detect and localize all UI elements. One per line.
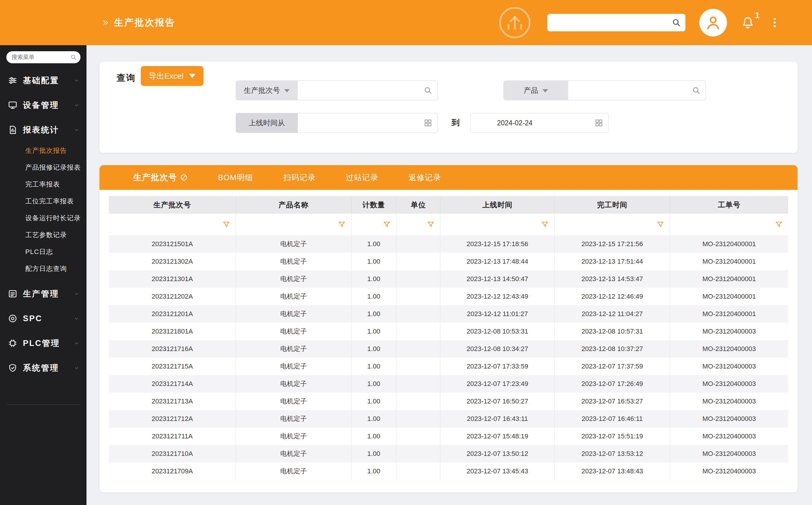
table-cell bbox=[396, 288, 440, 305]
table-cell: 1.00 bbox=[351, 375, 396, 392]
table-cell: 2023-12-15 17:21:56 bbox=[554, 235, 670, 253]
notification-badge: 1 bbox=[755, 11, 760, 20]
sidebar-item-label: 系统管理 bbox=[23, 362, 59, 373]
table-row[interactable]: 2023121715A电机定子1.002023-12-07 17:33:5920… bbox=[109, 358, 788, 375]
avatar[interactable] bbox=[699, 9, 727, 36]
table-row[interactable]: 2023121713A电机定子1.002023-12-07 16:50:2720… bbox=[109, 392, 788, 410]
table-row[interactable]: 2023121710A电机定子1.002023-12-07 13:50:1220… bbox=[109, 445, 788, 463]
sidebar-item-production[interactable]: 生产管理 bbox=[0, 282, 87, 306]
column-filter-cell[interactable] bbox=[236, 214, 351, 235]
table-cell: 电机定子 bbox=[236, 463, 351, 480]
calendar-icon[interactable] bbox=[594, 119, 604, 128]
table-row[interactable]: 2023121712A电机定子1.002023-12-07 16:43:1120… bbox=[109, 410, 788, 428]
filter-icon[interactable] bbox=[656, 220, 664, 228]
chevron-down-icon bbox=[73, 291, 80, 297]
table-cell: MO-23120400003 bbox=[670, 445, 788, 463]
tab[interactable]: BOM明细 bbox=[218, 172, 253, 183]
tab[interactable]: 返修记录 bbox=[409, 172, 441, 183]
date-to-input[interactable] bbox=[471, 113, 608, 133]
column-filter-cell[interactable] bbox=[351, 214, 396, 235]
search-icon[interactable] bbox=[671, 18, 681, 27]
column-header[interactable]: 产品名称 bbox=[236, 196, 351, 214]
product-search-input[interactable] bbox=[568, 81, 705, 100]
filter-icon[interactable] bbox=[427, 220, 435, 228]
table-cell: 2023-12-15 17:18:56 bbox=[440, 235, 554, 253]
caret-down-icon bbox=[189, 74, 196, 78]
filter-icon[interactable] bbox=[222, 220, 230, 228]
bell-icon bbox=[741, 16, 755, 29]
sidebar-item-spc[interactable]: SPC bbox=[0, 306, 87, 331]
table-cell: MO-23120400003 bbox=[670, 428, 788, 445]
table-row[interactable]: 2023121301A电机定子1.002023-12-13 14:50:4720… bbox=[109, 270, 788, 288]
sidebar-divider bbox=[7, 404, 80, 405]
sidebar-subitem[interactable]: 生产批次报告 bbox=[0, 142, 87, 159]
sidebar-subitem[interactable]: 完工率报表 bbox=[0, 176, 87, 193]
sidebar-toggle-icon[interactable] bbox=[102, 19, 109, 26]
notifications-button[interactable]: 1 bbox=[741, 16, 755, 29]
batch-field-selector[interactable]: 生产批次号 bbox=[236, 80, 298, 100]
table-row[interactable]: 2023121202A电机定子1.002023-12-12 12:43:4920… bbox=[109, 288, 788, 305]
tab[interactable]: 生产批次号 bbox=[133, 172, 188, 183]
table-cell: 电机定子 bbox=[236, 445, 351, 463]
column-header[interactable]: 工单号 bbox=[670, 196, 788, 214]
product-field-selector[interactable]: 产品 bbox=[503, 80, 568, 100]
table-row[interactable]: 2023121302A电机定子1.002023-12-13 17:48:4420… bbox=[109, 253, 788, 270]
date-from-input[interactable] bbox=[298, 113, 437, 133]
column-header[interactable]: 上线时间 bbox=[440, 196, 554, 214]
query-panel: 查询 导出Excel 生产批次号 bbox=[100, 62, 798, 153]
sidebar-item-reports[interactable]: 报表统计 bbox=[0, 118, 87, 142]
filter-icon[interactable] bbox=[338, 220, 346, 228]
column-filter-cell[interactable] bbox=[396, 214, 440, 235]
column-filter-cell[interactable] bbox=[554, 214, 670, 235]
table-row[interactable]: 2023121711A电机定子1.002023-12-07 15:48:1920… bbox=[109, 428, 788, 445]
date-from-label: 上线时间从 bbox=[249, 118, 285, 128]
batch-field-label: 生产批次号 bbox=[244, 86, 280, 95]
table-cell: 1.00 bbox=[351, 445, 396, 463]
date-from-label-button[interactable]: 上线时间从 bbox=[236, 113, 298, 133]
sidebar-item-plc[interactable]: PLC管理 bbox=[0, 331, 87, 356]
table-row[interactable]: 2023121801A电机定子1.002023-12-08 10:53:3120… bbox=[109, 323, 788, 340]
column-header[interactable]: 生产批次号 bbox=[109, 196, 236, 214]
sidebar-search-input[interactable] bbox=[6, 51, 80, 63]
calendar-icon[interactable] bbox=[424, 119, 433, 128]
table-row[interactable]: 2023121201A电机定子1.002023-12-12 11:01:2720… bbox=[109, 305, 788, 323]
header-search-input[interactable] bbox=[547, 14, 685, 31]
column-header[interactable]: 完工时间 bbox=[554, 196, 670, 214]
search-icon[interactable] bbox=[70, 54, 77, 60]
sidebar-subitem[interactable]: 配方日志查询 bbox=[0, 260, 87, 277]
table-cell bbox=[396, 445, 440, 463]
sidebar-subitem[interactable]: 设备运行时长记录 bbox=[0, 210, 87, 226]
filter-icon[interactable] bbox=[541, 220, 549, 228]
tab[interactable]: 扫码记录 bbox=[283, 172, 316, 183]
column-header[interactable]: 单位 bbox=[396, 196, 440, 214]
search-icon[interactable] bbox=[692, 86, 701, 95]
sidebar-subitem[interactable]: 工位完工率报表 bbox=[0, 193, 87, 210]
table-cell: 电机定子 bbox=[236, 410, 351, 428]
table-row[interactable]: 2023121501A电机定子1.002023-12-15 17:18:5620… bbox=[109, 235, 788, 253]
sidebar-item-basic-config[interactable]: 基础配置 bbox=[0, 68, 87, 93]
app-root: 生产批次报告 1 基础配置 设备管理 bbox=[0, 0, 812, 505]
filter-icon[interactable] bbox=[775, 220, 783, 228]
table-row[interactable]: 2023121716A电机定子1.002023-12-08 10:34:2720… bbox=[109, 340, 788, 358]
sidebar-item-system[interactable]: 系统管理 bbox=[0, 356, 87, 380]
export-excel-button[interactable]: 导出Excel bbox=[141, 66, 203, 86]
chevron-down-icon bbox=[73, 340, 80, 346]
table-cell: 2023121714A bbox=[109, 375, 236, 392]
column-filter-cell[interactable] bbox=[440, 214, 554, 235]
table-cell: 1.00 bbox=[351, 305, 396, 323]
table-row[interactable]: 2023121709A电机定子1.002023-12-07 13:45:4320… bbox=[109, 463, 788, 480]
filter-icon[interactable] bbox=[383, 220, 390, 228]
sidebar-subitem[interactable]: 产品报修记录报表 bbox=[0, 159, 87, 176]
tab[interactable]: 过站记录 bbox=[346, 172, 378, 183]
sidebar-item-equipment[interactable]: 设备管理 bbox=[0, 93, 87, 118]
sidebar-subitem[interactable]: 工艺参数记录 bbox=[0, 226, 87, 243]
table-row[interactable]: 2023121714A电机定子1.002023-12-07 17:23:4920… bbox=[109, 375, 788, 392]
sidebar-subitem[interactable]: PLC日志 bbox=[0, 243, 87, 260]
kebab-menu-icon[interactable] bbox=[769, 17, 781, 29]
search-icon[interactable] bbox=[424, 86, 433, 95]
column-filter-cell[interactable] bbox=[109, 214, 236, 235]
batch-search-input[interactable] bbox=[298, 81, 437, 100]
column-header[interactable]: 计数量 bbox=[351, 196, 396, 214]
column-filter-cell[interactable] bbox=[670, 214, 788, 235]
filter-applied-icon bbox=[180, 174, 188, 181]
